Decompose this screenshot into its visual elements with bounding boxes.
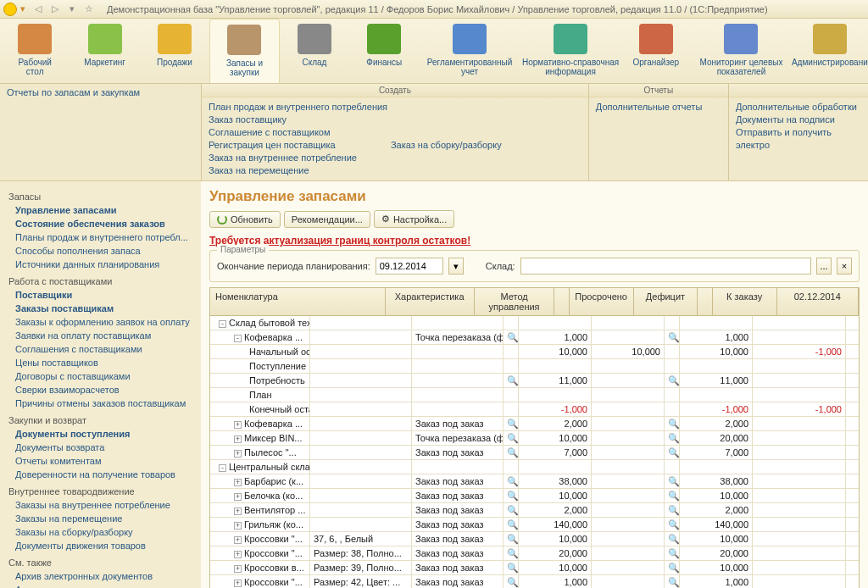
cell-mag2[interactable]: 🔍 (665, 431, 680, 446)
cell-mag1[interactable]: 🔍 (504, 374, 519, 388)
side-link[interactable]: Заказы на перемещение (0, 512, 201, 525)
ribbon-10[interactable]: Администрирование (792, 19, 868, 83)
side-link[interactable]: Причины отмены заказов поставщикам (0, 397, 201, 410)
cell-mag2[interactable]: 🔍 (665, 417, 680, 431)
table-row[interactable]: Начальный остаток10,00010,00010,000-1,00… (210, 345, 859, 359)
cell-mag1[interactable]: 🔍 (504, 431, 519, 446)
table-row[interactable]: -Склад бытовой техники (210, 316, 859, 330)
tree-toggle-icon[interactable]: + (234, 435, 242, 443)
create-link[interactable]: Заказ на сборку/разборку (391, 139, 502, 152)
period-input[interactable] (376, 258, 443, 275)
side-link[interactable]: Документы возврата (0, 441, 201, 454)
cell-mag2[interactable]: 🔍 (665, 374, 680, 388)
cell-mag2[interactable]: 🔍 (665, 503, 680, 518)
cell-mag1[interactable]: 🔍 (504, 518, 519, 532)
ribbon-2[interactable]: Продажи (140, 19, 209, 83)
cell-mag1[interactable]: 🔍 (504, 561, 519, 575)
ribbon-1[interactable]: Маркетинг (70, 19, 139, 83)
cell-mag1[interactable]: 🔍 (504, 330, 519, 345)
tree-toggle-icon[interactable]: + (234, 508, 242, 515)
service-link[interactable]: Дополнительные обработки (736, 101, 857, 114)
nav-fwd-icon[interactable]: ▷ (47, 3, 63, 16)
star-icon[interactable]: ☆ (81, 3, 97, 16)
side-link[interactable]: Управление запасами (0, 203, 201, 217)
side-link[interactable]: Документы поступления (0, 427, 201, 441)
warehouse-lookup[interactable]: ... (816, 258, 832, 275)
table-row[interactable]: +Грильяж (ко...Заказ под заказ🔍140,000🔍1… (210, 518, 859, 532)
cell-mag2[interactable]: 🔍 (665, 561, 680, 575)
service-link[interactable]: Отправить и получить электро (736, 126, 861, 152)
table-row[interactable]: +Вентилятор ...Заказ под заказ🔍2,000🔍2,0… (210, 503, 859, 518)
create-link[interactable]: Соглашение с поставщиком (209, 126, 387, 139)
tree-toggle-icon[interactable]: + (234, 493, 242, 501)
table-row[interactable]: +Белочка (ко...Заказ под заказ🔍10,000🔍10… (210, 489, 859, 503)
ribbon-7[interactable]: Нормативно-справочнаяинформация (520, 19, 621, 83)
side-link[interactable]: Способы пополнения запаса (0, 244, 201, 258)
table-row[interactable]: -Кофеварка ...Точка перезаказа (фи...🔍1,… (210, 330, 859, 345)
tree-toggle-icon[interactable]: - (219, 320, 226, 328)
nav-dd-icon[interactable]: ▾ (64, 3, 80, 16)
table-row[interactable]: Конечный остаток-1,000-1,000-1,000 (210, 402, 859, 417)
side-link[interactable]: Документы движения товаров (0, 539, 201, 552)
side-link[interactable]: Поставщики (0, 288, 201, 302)
create-link[interactable]: Заказ на перемещение (209, 164, 357, 177)
side-link[interactable]: Архив электронных документов (0, 569, 201, 583)
settings-button[interactable]: ⚙ Настройка... (374, 210, 454, 228)
col-order[interactable]: К заказу (713, 288, 777, 315)
nav-back-icon[interactable]: ◁ (31, 3, 46, 16)
reports-link[interactable]: Отчеты по запасам и закупкам (7, 87, 140, 97)
table-row[interactable]: +Барбарис (к...Заказ под заказ🔍38,000🔍38… (210, 474, 859, 489)
cell-mag1[interactable]: 🔍 (504, 446, 519, 460)
cell-mag2[interactable]: 🔍 (665, 575, 680, 589)
col-char[interactable]: Характеристика (386, 288, 475, 315)
ribbon-4[interactable]: Склад (280, 19, 349, 83)
ribbon-0[interactable]: Рабочийстол (0, 19, 70, 83)
create-link[interactable]: Регистрация цен поставщика (209, 139, 357, 152)
cell-mag1[interactable]: 🔍 (504, 417, 519, 431)
side-link[interactable]: Состояние обеспечения заказов (0, 217, 201, 230)
warning-link[interactable]: Требуется актуализация границ контроля о… (209, 235, 860, 247)
table-row[interactable]: +Пылесос "...Заказ под заказ🔍7,000🔍7,000 (210, 446, 859, 460)
cell-mag2[interactable]: 🔍 (665, 330, 680, 345)
side-link[interactable]: Заказы на сборку/разборку (0, 525, 201, 539)
create-link[interactable]: Заказ на внутреннее потребление (209, 152, 357, 164)
side-link[interactable]: Источники данных планирования (0, 258, 201, 271)
cell-mag2[interactable]: 🔍 (665, 546, 680, 561)
cell-mag1[interactable]: 🔍 (504, 503, 519, 518)
tree-toggle-icon[interactable]: + (234, 580, 242, 587)
recommendations-button[interactable]: Рекомендации... (284, 211, 370, 228)
tree-toggle-icon[interactable]: + (234, 479, 242, 486)
table-row[interactable]: +Кроссовки в...Размер: 39, Полно...Заказ… (210, 561, 859, 575)
cell-mag1[interactable]: 🔍 (504, 575, 519, 589)
tree-toggle-icon[interactable]: + (234, 551, 242, 558)
table-row[interactable]: +Кроссовки "...Размер: 42, Цвет: ...Зака… (210, 575, 859, 588)
cell-mag1[interactable]: 🔍 (504, 489, 519, 503)
table-row[interactable]: +Кроссовки "...37, 6, , БелыйЗаказ под з… (210, 532, 859, 546)
warehouse-clear[interactable]: × (837, 258, 852, 275)
tree-toggle-icon[interactable]: + (234, 536, 242, 544)
dropdown-icon[interactable]: ▾ (20, 3, 25, 14)
side-link[interactable]: Сверки взаиморасчетов (0, 383, 201, 397)
side-link[interactable]: Доверенности на получение товаров (0, 468, 201, 481)
report-link[interactable]: Дополнительные отчеты (596, 101, 702, 114)
col-method[interactable]: Метод управления (475, 288, 555, 315)
tree-toggle-icon[interactable]: + (234, 421, 242, 429)
cell-mag2[interactable]: 🔍 (665, 489, 680, 503)
table-row[interactable]: План (210, 388, 859, 402)
create-link[interactable]: План продаж и внутреннего потребления (209, 101, 387, 114)
side-link[interactable]: Заказы к оформлению заявок на оплату (0, 315, 201, 329)
cell-mag2[interactable]: 🔍 (665, 446, 680, 460)
col-date[interactable]: 02.12.2014 (777, 288, 859, 315)
tree-toggle-icon[interactable]: - (219, 464, 226, 472)
col-deficit[interactable]: Дефицит (634, 288, 698, 315)
ribbon-8[interactable]: Органайзер (621, 19, 691, 83)
cell-mag1[interactable]: 🔍 (504, 546, 519, 561)
side-link[interactable]: Заказы на внутреннее потребление (0, 498, 201, 512)
side-link[interactable]: Отчеты комитентам (0, 454, 201, 468)
tree-toggle-icon[interactable]: - (234, 335, 242, 342)
side-link[interactable]: Договоры с поставщиками (0, 369, 201, 383)
ribbon-9[interactable]: Мониторинг целевыхпоказателей (691, 19, 792, 83)
side-link[interactable]: Заявки на оплату поставщикам (0, 329, 201, 342)
side-link[interactable]: Цены поставщиков (0, 356, 201, 369)
table-row[interactable]: +Миксер BIN...Точка перезаказа (фи...🔍10… (210, 431, 859, 446)
